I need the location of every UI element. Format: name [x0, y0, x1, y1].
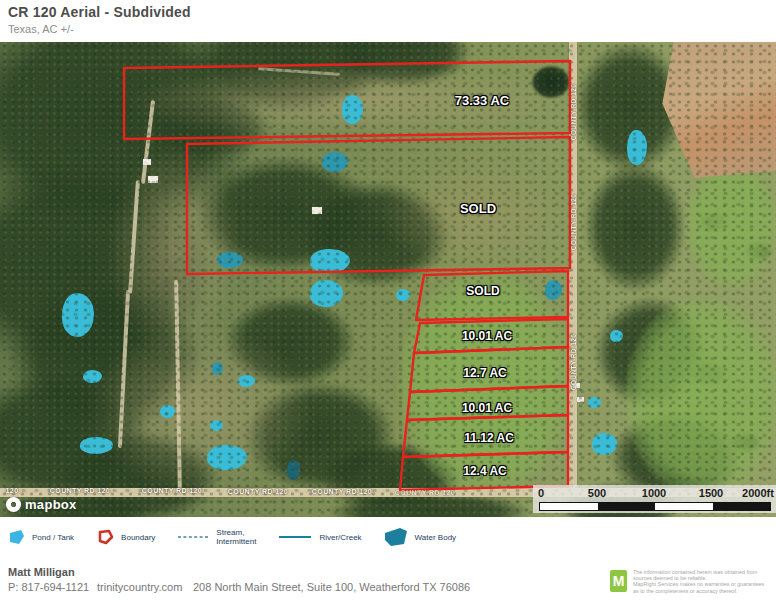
scale-segment: [598, 503, 656, 510]
mapbox-logo-icon: [6, 497, 21, 512]
scale-segment: [713, 503, 771, 510]
road-label: COUNTY RD 120: [142, 487, 202, 494]
agent-website: trinitycountry.com: [97, 581, 182, 593]
pond: [396, 289, 410, 301]
page-title: CR 120 Aerial - Subdivided: [8, 4, 191, 20]
boundary-icon: [96, 529, 114, 545]
legend-label: Stream,Intermittent: [216, 528, 256, 546]
forest-patch: [585, 162, 685, 292]
parcel-label: 12.4 AC: [463, 464, 507, 478]
mapbox-wordmark: mapbox: [25, 497, 77, 512]
stream-intermittent-icon: [177, 534, 209, 540]
agent-address: 208 North Main Street, Suite 100, Weathe…: [193, 581, 470, 593]
scale-segment: [655, 503, 713, 510]
road-label: 120: [6, 487, 19, 494]
legend-label: Boundary: [121, 533, 155, 542]
road-label: COUNTY RD 120: [50, 487, 110, 494]
pasture-area: [625, 297, 776, 497]
plowed-field: [660, 42, 776, 182]
parcel-label: 10.01 AC: [462, 401, 512, 415]
page-header: CR 120 Aerial - Subdivided Texas, AC +/-: [0, 0, 776, 42]
parcel-label: 12.7 AC: [463, 366, 507, 380]
legend-item-river-creek: River/Creek: [278, 533, 361, 542]
road-label: COUNTY RD 120: [570, 334, 577, 390]
map-legend: Pond / Tank Boundary Stream,Intermittent…: [0, 517, 776, 557]
pasture-area: [686, 162, 776, 287]
parcel-label: 10.01 AC: [462, 329, 512, 343]
scale-tick: 1000: [642, 487, 666, 499]
disclaimer-line: MapRight Services makes no warranties or…: [633, 581, 773, 587]
building: [148, 176, 158, 183]
page-subtitle: Texas, AC +/-: [8, 23, 74, 35]
legend-item-boundary: Boundary: [96, 529, 155, 545]
building: [143, 159, 151, 165]
building: [577, 397, 584, 402]
scale-tick: 0: [538, 487, 544, 499]
agent-name: Matt Milligan: [8, 566, 75, 578]
scale-tick: 500: [588, 487, 606, 499]
disclaimer-text: The information contained herein was obt…: [633, 569, 773, 594]
water-body-icon: [384, 528, 408, 547]
scale-tick: 1500: [699, 487, 723, 499]
legend-label-line1: Stream,: [216, 528, 244, 537]
legend-label: Pond / Tank: [32, 533, 74, 542]
legend-item-water-body: Water Body: [384, 528, 457, 547]
scale-bar: 0 500 1000 1500 2000ft: [533, 485, 776, 513]
legend-item-pond-tank: Pond / Tank: [8, 529, 74, 545]
scale-tick: 2000ft: [742, 487, 774, 499]
aerial-map[interactable]: 73.33 AC SOLD SOLD 10.01 AC 12.7 AC 10.0…: [0, 42, 776, 517]
legend-label-line2: Intermittent: [216, 537, 256, 546]
legend-item-stream-intermittent: Stream,Intermittent: [177, 528, 256, 546]
parcel-label: 11.12 AC: [464, 431, 514, 445]
pond: [545, 280, 562, 300]
dark-tree-stand: [532, 66, 570, 98]
pond-tank-icon: [8, 529, 25, 545]
page-footer: Matt Milligan P: 817-694-1121 trinitycou…: [0, 557, 776, 600]
scale-segment: [540, 503, 598, 510]
scale-bar-segments: [539, 502, 771, 511]
road-label: COUNTY RD 120: [312, 488, 372, 495]
parcel-label: SOLD: [466, 284, 499, 298]
disclaimer-line: as to the completeness or accuracy there…: [633, 588, 773, 594]
pasture-area: [398, 270, 573, 495]
parcel-label: SOLD: [460, 201, 496, 216]
river-creek-icon: [278, 534, 312, 540]
legend-label: Water Body: [415, 533, 457, 542]
road-label: COUNTY RD 120: [228, 488, 288, 495]
legend-label: River/Creek: [319, 533, 361, 542]
mapbox-attribution[interactable]: mapbox: [6, 497, 77, 512]
pond: [322, 152, 348, 172]
pond: [310, 280, 343, 307]
pond: [588, 397, 601, 408]
building: [312, 207, 322, 214]
road-label: COUNTY RD 120: [395, 489, 455, 496]
road-label: COUNTY RD 120: [570, 194, 577, 250]
agent-phone: P: 817-694-1121: [8, 581, 89, 593]
mapright-logo-icon: M: [610, 570, 627, 592]
parcel-label: 73.33 AC: [455, 93, 509, 108]
road-label: COUNTY RD 120: [570, 84, 577, 140]
